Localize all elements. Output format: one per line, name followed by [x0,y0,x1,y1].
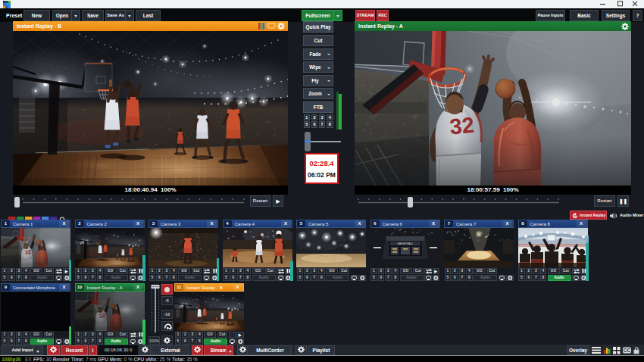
svg-text:R: R [574,214,577,217]
svg-text:CC: CC [624,348,631,353]
